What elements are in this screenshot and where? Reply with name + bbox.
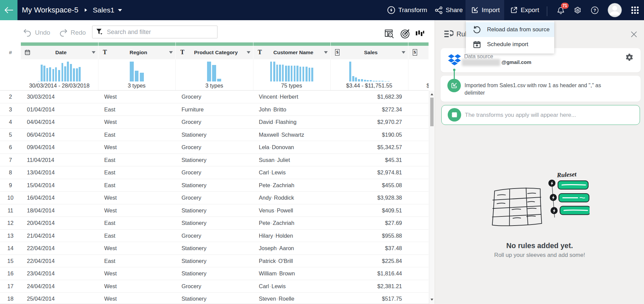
svg-text:?: ? [594,8,596,13]
